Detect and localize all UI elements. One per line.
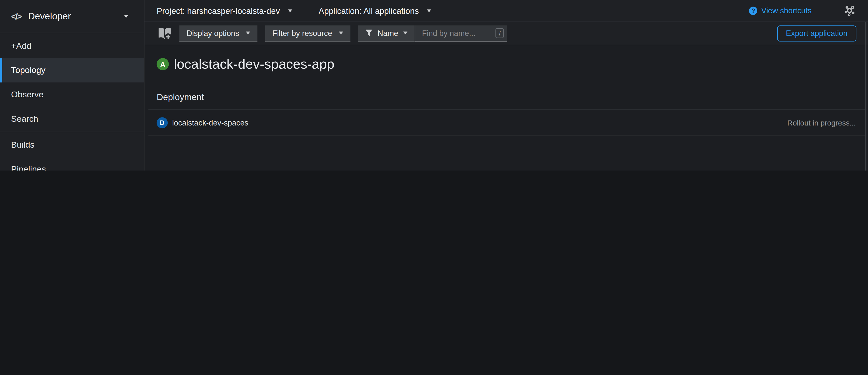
sidebar-item-observe[interactable]: Observe bbox=[0, 82, 144, 107]
perspective-switcher[interactable]: </> Developer bbox=[0, 0, 144, 33]
sidebar-nav: +Add Topology Observe Search Builds Pipe… bbox=[0, 33, 144, 171]
chevron-down-icon bbox=[124, 15, 129, 18]
filter-type-label: Name bbox=[377, 28, 398, 37]
find-by-name-input[interactable] bbox=[415, 25, 507, 41]
application-selector-dropdown[interactable]: Application: All applications bbox=[319, 6, 431, 15]
view-shortcuts-link[interactable]: ? View shortcuts bbox=[749, 6, 812, 15]
nav-group-topology: +Add Topology Observe Search bbox=[0, 33, 144, 132]
name-filter-group: Name / bbox=[358, 25, 507, 41]
filter-by-resource-label: Filter by resource bbox=[272, 28, 332, 37]
application-selector-label: Application: All applications bbox=[319, 6, 419, 15]
sidebar-item-add[interactable]: +Add bbox=[0, 34, 144, 58]
chevron-down-icon bbox=[427, 9, 431, 12]
context-bar-right: ? View shortcuts bbox=[749, 4, 856, 16]
deployment-status: Rollout in progress... bbox=[787, 119, 856, 127]
topology-toolbar: Display options Filter by resource Name bbox=[145, 22, 868, 45]
topology-graph-icon[interactable] bbox=[844, 4, 856, 16]
display-options-label: Display options bbox=[186, 28, 239, 37]
main-area: Project: harshcasper-localsta-dev Applic… bbox=[145, 0, 868, 171]
sidebar-item-builds[interactable]: Builds bbox=[0, 133, 144, 157]
deployment-name: localstack-dev-spaces bbox=[172, 118, 248, 127]
filter-by-resource-dropdown[interactable]: Filter by resource bbox=[265, 25, 350, 41]
chevron-down-icon bbox=[246, 31, 250, 34]
deployment-list: D localstack-dev-spaces Rollout in progr… bbox=[148, 110, 866, 136]
topology-list-view: A localstack-dev-spaces-app Deployment D… bbox=[145, 45, 868, 171]
sidebar-item-pipelines[interactable]: Pipelines bbox=[0, 157, 144, 171]
export-application-button[interactable]: Export application bbox=[777, 25, 857, 41]
app-window: </> Developer +Add Topology Observe Sear… bbox=[0, 0, 868, 171]
scrollbar-track[interactable] bbox=[865, 22, 866, 171]
filter-funnel-icon bbox=[365, 29, 373, 37]
code-icon: </> bbox=[11, 11, 21, 21]
application-group-header: A localstack-dev-spaces-app bbox=[157, 55, 856, 73]
nav-group-builds: Builds Pipelines Helm Project bbox=[0, 132, 144, 171]
context-bar: Project: harshcasper-localsta-dev Applic… bbox=[145, 0, 868, 22]
sidebar-item-search[interactable]: Search bbox=[0, 107, 144, 131]
filter-type-dropdown[interactable]: Name bbox=[358, 25, 415, 41]
project-selector-label: Project: harshcasper-localsta-dev bbox=[157, 6, 280, 15]
question-circle-icon: ? bbox=[749, 6, 757, 14]
application-badge: A bbox=[157, 58, 168, 70]
project-selector-dropdown[interactable]: Project: harshcasper-localsta-dev bbox=[157, 6, 292, 15]
sidebar-item-topology[interactable]: Topology bbox=[0, 58, 144, 82]
chevron-down-icon bbox=[288, 9, 292, 12]
sidebar: </> Developer +Add Topology Observe Sear… bbox=[0, 0, 145, 171]
chevron-down-icon bbox=[403, 31, 408, 34]
quick-search-book-icon[interactable] bbox=[157, 26, 173, 40]
perspective-label: Developer bbox=[28, 11, 71, 22]
application-title: localstack-dev-spaces-app bbox=[174, 55, 335, 73]
section-title-deployment: Deployment bbox=[157, 92, 856, 102]
view-shortcuts-label: View shortcuts bbox=[761, 6, 812, 15]
display-options-dropdown[interactable]: Display options bbox=[180, 25, 257, 41]
search-wrap: / bbox=[415, 25, 507, 41]
slash-shortcut-key: / bbox=[496, 28, 504, 38]
deployment-badge: D bbox=[157, 117, 167, 128]
chevron-down-icon bbox=[339, 31, 343, 34]
deployment-row[interactable]: D localstack-dev-spaces Rollout in progr… bbox=[148, 110, 866, 136]
